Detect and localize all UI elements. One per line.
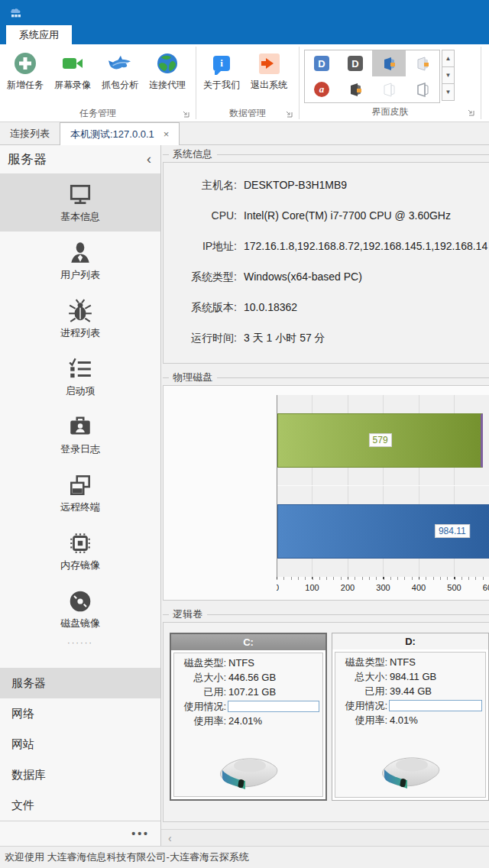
packet-capture-button[interactable]: 抓包分析	[96, 50, 144, 92]
ribbon: 新增任务 屏幕录像	[0, 44, 489, 122]
dialog-launcher-icon[interactable]	[467, 108, 474, 116]
packet-capture-shark-icon	[108, 52, 131, 75]
sidebar-item-startup[interactable]: 启动项	[0, 348, 160, 406]
skin-option-office-blue-icon[interactable]	[372, 50, 406, 76]
skin-option-word-blue-icon[interactable]: D	[305, 50, 338, 76]
uptime-value: 3 天 1 小时 57 分	[237, 332, 325, 345]
sidebar-item-remote-terminal[interactable]: 远程终端	[0, 464, 160, 522]
screen-record-button[interactable]: 屏幕录像	[49, 50, 96, 92]
document-tab-strip: 连接列表 本机测试:127.0.0.1 ×	[0, 122, 489, 145]
sidebar-item-login-log[interactable]: 登录日志	[0, 406, 160, 464]
sidebar-section-database[interactable]: 数据库	[0, 760, 160, 790]
os-version-value: 10.0.18362	[237, 301, 297, 313]
volume-card-c[interactable]: C: 磁盘类型:NTFS 总大小:446.56 GB 已用:107.21 GB …	[170, 633, 327, 801]
sidebar-item-process-list[interactable]: 进程列表	[0, 290, 160, 348]
ribbon-tab-system-app[interactable]: 系统应用	[6, 25, 72, 44]
monitor-icon	[67, 182, 93, 208]
gallery-scroll-up-icon[interactable]: ▲	[442, 50, 455, 67]
group-label-skin: 界面皮肤	[372, 105, 409, 118]
volume-total: 984.11 GB	[387, 671, 436, 682]
scroll-left-icon[interactable]: ‹	[168, 832, 172, 844]
chart-x-tick-label: 300	[376, 583, 390, 592]
proxy-globe-icon	[156, 52, 179, 75]
chart-bar-value-label: 579	[369, 433, 392, 447]
skin-option-word-dark-icon[interactable]: D	[338, 50, 372, 76]
skin-option-red-script-icon[interactable]: a	[305, 76, 338, 102]
group-label-task: 任务管理	[79, 107, 116, 120]
sidebar-overflow-button[interactable]: •••	[0, 821, 160, 846]
sidebar-item-memory-image[interactable]: 内存镜像	[0, 522, 160, 580]
sidebar-section-network[interactable]: 网络	[0, 698, 160, 729]
system-info-panel: 主机名:DESKTOP-B3H1MB9 CPU:Intel(R) Core(TM…	[163, 162, 489, 364]
exit-arrow-icon	[257, 52, 280, 75]
skin-option-office-faint-icon[interactable]	[372, 76, 406, 102]
physical-disk-chart: KINGSTON SA400S37480GST2000DM006-2DM164 …	[163, 385, 489, 601]
dialog-launcher-icon[interactable]	[182, 110, 189, 118]
volumes-panel: C: 磁盘类型:NTFS 总大小:446.56 GB 已用:107.21 GB …	[163, 622, 489, 822]
windows-icon	[67, 472, 93, 498]
title-bar	[0, 0, 489, 25]
skin-option-office-dark-icon[interactable]	[338, 76, 372, 102]
chart-x-tick-label: 200	[341, 583, 355, 592]
user-icon	[67, 240, 93, 266]
hard-drive-icon	[338, 734, 482, 798]
gallery-expand-icon[interactable]: ▼	[442, 83, 455, 101]
tab-local-test[interactable]: 本机测试:127.0.0.1 ×	[60, 122, 180, 145]
sidebar-section-server[interactable]: 服务器	[0, 668, 160, 698]
checklist-icon	[67, 356, 93, 382]
chart-plot-area: 579 984.11	[277, 395, 489, 577]
volume-type: NTFS	[226, 657, 254, 669]
disk-icon	[67, 588, 93, 614]
ip-label: IP地址:	[164, 240, 237, 254]
volume-total: 446.56 GB	[226, 672, 276, 683]
dialog-launcher-icon[interactable]	[285, 110, 293, 118]
skin-option-office-light-icon[interactable]	[406, 50, 439, 76]
skin-gallery: D D a	[304, 50, 440, 103]
status-text: 欢迎使用 大连睿海信息科技有限公司-大连睿海云探系统	[5, 851, 249, 863]
chart-x-tick-label: 0	[277, 583, 279, 592]
chart-x-tick-label: 600	[483, 583, 489, 592]
hostname-label: 主机名:	[164, 179, 237, 193]
about-info-icon: i	[210, 52, 233, 75]
usage-progress-bar	[389, 700, 482, 711]
chart-x-tick-label: 100	[305, 583, 319, 592]
os-type-value: Windows(x64-based PC)	[237, 270, 362, 283]
sidebar-splitter-handle[interactable]: ······	[0, 638, 160, 652]
sidebar-section-website[interactable]: 网站	[0, 729, 160, 760]
sidebar-item-basic-info[interactable]: 基本信息	[0, 173, 160, 232]
ribbon-group-skin: D D a ▲ ▼ ▼	[300, 44, 481, 121]
os-type-label: 系统类型:	[164, 270, 237, 284]
chart-x-axis: 0100200300400500600	[277, 577, 489, 597]
volume-card-d[interactable]: D: 磁盘类型:NTFS 总大小:984.11 GB 已用:39.44 GB 使…	[332, 633, 489, 801]
group-caption-system-info: 系统信息	[163, 147, 489, 162]
about-button[interactable]: i 关于我们	[198, 50, 245, 92]
group-caption-volumes: 逻辑卷	[163, 607, 489, 622]
tab-connection-list[interactable]: 连接列表	[0, 122, 60, 144]
uptime-label: 运行时间:	[164, 332, 237, 345]
volume-rate: 4.01%	[387, 714, 418, 726]
volume-used: 39.44 GB	[387, 685, 432, 697]
main-content: 系统信息 主机名:DESKTOP-B3H1MB9 CPU:Intel(R) Co…	[161, 145, 489, 829]
proxy-button[interactable]: 连接代理	[144, 50, 191, 92]
horizontal-scrollbar[interactable]: ‹	[161, 829, 489, 846]
collapse-icon[interactable]: ‹	[147, 151, 151, 167]
skin-option-office-gray-icon[interactable]	[406, 76, 439, 102]
group-caption-physical-disk: 物理磁盘	[163, 370, 489, 385]
sidebar-item-user-list[interactable]: 用户列表	[0, 232, 160, 290]
ribbon-group-data: i 关于我们 退出系统 数据管理	[196, 44, 299, 121]
sidebar-item-disk-image[interactable]: 磁盘镜像	[0, 580, 160, 638]
volume-name: D:	[332, 633, 488, 649]
new-task-button[interactable]: 新增任务	[2, 50, 49, 92]
sidebar-title: 服务器	[8, 151, 47, 168]
bug-icon	[67, 298, 93, 324]
sidebar-section-file[interactable]: 文件	[0, 790, 160, 821]
cpu-value: Intel(R) Core(TM) i7-7700 CPU @ 3.60GHz	[237, 209, 451, 222]
exit-button[interactable]: 退出系统	[245, 50, 293, 92]
gallery-scroll-down-icon[interactable]: ▼	[442, 66, 455, 84]
os-version-label: 系统版本:	[164, 301, 237, 315]
volume-name: C:	[171, 634, 325, 650]
ribbon-separator	[481, 47, 481, 119]
ribbon-group-task: 新增任务 屏幕录像	[0, 44, 196, 121]
close-icon[interactable]: ×	[164, 128, 170, 140]
screen-record-icon	[61, 52, 84, 75]
